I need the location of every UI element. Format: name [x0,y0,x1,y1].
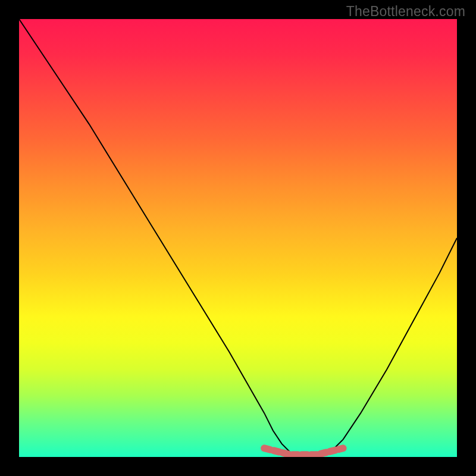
chart-area [19,19,457,457]
band-layer [264,448,343,455]
optimal-band [264,448,343,455]
chart-svg [19,19,457,457]
watermark-text: TheBottleneck.com [346,4,465,20]
curve-layer [19,19,457,457]
bottleneck-curve [19,19,457,457]
